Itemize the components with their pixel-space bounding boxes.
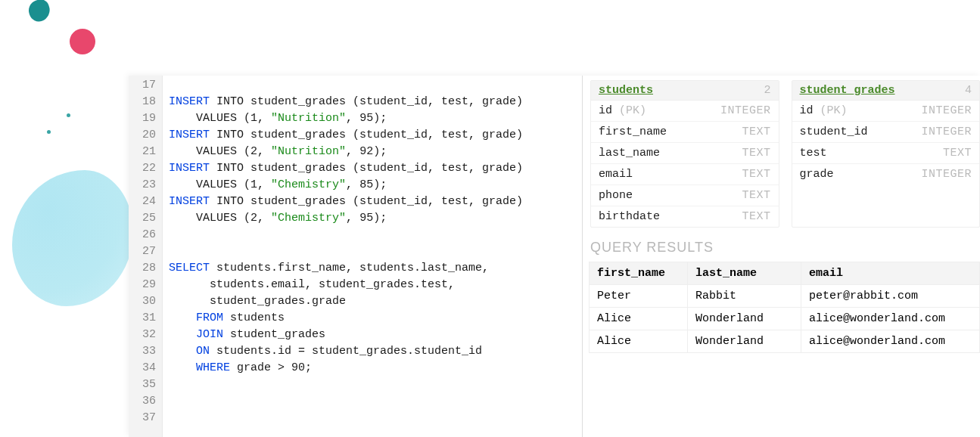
code-area[interactable]: INSERT INTO student_grades (student_id, … (163, 76, 529, 437)
code-line[interactable]: INSERT INTO student_grades (student_id, … (169, 160, 523, 177)
schema-column-name: email (599, 168, 633, 181)
results-row: PeterRabbitpeter@rabbit.com (590, 285, 980, 308)
results-cell: Wonderland (688, 330, 801, 353)
decorative-pink-circle (70, 29, 95, 54)
code-line[interactable]: ON students.id = student_grades.student_… (169, 343, 523, 360)
results-cell: Wonderland (688, 308, 801, 330)
schema-column-type: INTEGER (921, 104, 972, 117)
schema-column-type: TEXT (943, 147, 972, 160)
line-number: 19 (142, 110, 156, 127)
schema-column-name: first_name (599, 126, 667, 138)
schema-browser: students2id (PK)INTEGERfirst_nameTEXTlas… (583, 76, 980, 235)
line-number: 20 (142, 127, 156, 144)
schema-table-header: student_grades4 (792, 81, 980, 101)
schema-column-type: TEXT (742, 126, 770, 138)
code-line[interactable] (169, 393, 523, 410)
code-line[interactable]: SELECT students.first_name, students.las… (169, 260, 523, 277)
code-line[interactable] (169, 410, 523, 426)
line-number: 34 (142, 360, 156, 377)
schema-column-type: INTEGER (921, 126, 972, 138)
schema-column-name: test (800, 147, 827, 160)
results-header-cell: first_name (590, 262, 688, 285)
results-header-cell: last_name (688, 262, 801, 285)
schema-column-name: phone (599, 189, 633, 202)
decorative-teal-blob (26, 0, 53, 24)
code-line[interactable]: JOIN student_grades (169, 327, 523, 343)
schema-column-row: birthdateTEXT (591, 206, 779, 227)
code-line[interactable] (169, 227, 523, 243)
schema-table-header: students2 (591, 81, 779, 101)
schema-column-row: student_idINTEGER (792, 122, 980, 143)
code-line[interactable]: VALUES (1, "Nutrition", 95); (169, 110, 523, 127)
line-number: 24 (142, 194, 156, 210)
line-number-gutter: 1718192021222324252627282930313233343536… (129, 76, 163, 437)
schema-table: students2id (PK)INTEGERfirst_nameTEXTlas… (590, 80, 779, 228)
line-number: 28 (142, 260, 156, 277)
line-number: 26 (142, 227, 156, 243)
line-number: 33 (142, 343, 156, 360)
line-number: 25 (142, 210, 156, 227)
code-line[interactable]: FROM students (169, 310, 523, 327)
line-number: 27 (142, 243, 156, 260)
decorative-dot (67, 113, 70, 117)
line-number: 29 (142, 277, 156, 293)
schema-table-name-link[interactable]: students (599, 84, 653, 97)
code-line[interactable]: VALUES (2, "Nutrition", 92); (169, 144, 523, 160)
line-number: 32 (142, 327, 156, 343)
decorative-dot (47, 130, 51, 134)
code-line[interactable] (169, 77, 523, 94)
query-results-table: first_namelast_nameemailPeterRabbitpeter… (589, 262, 980, 353)
schema-table-name-link[interactable]: student_grades (800, 84, 895, 97)
schema-column-name: student_id (800, 126, 868, 138)
code-editor[interactable]: 1718192021222324252627282930313233343536… (129, 76, 583, 437)
sql-editor-app: 1718192021222324252627282930313233343536… (129, 76, 980, 437)
schema-column-row: testTEXT (792, 143, 980, 164)
results-cell: alice@wonderland.com (801, 308, 980, 330)
schema-column-type: TEXT (742, 210, 770, 223)
code-line[interactable]: INSERT INTO student_grades (student_id, … (169, 194, 523, 210)
schema-column-row: first_nameTEXT (591, 122, 779, 143)
code-line[interactable] (169, 377, 523, 393)
code-line[interactable] (169, 243, 523, 260)
results-header-row: first_namelast_nameemail (590, 262, 980, 285)
schema-column-row: last_nameTEXT (591, 143, 779, 164)
schema-column-name: id (PK) (599, 104, 646, 117)
schema-column-row: id (PK)INTEGER (792, 101, 980, 122)
line-number: 18 (142, 94, 156, 110)
schema-row-count: 4 (965, 84, 972, 97)
query-results-heading: QUERY RESULTS (583, 235, 980, 262)
code-line[interactable]: WHERE grade > 90; (169, 360, 523, 377)
schema-column-name: grade (800, 168, 834, 181)
code-line[interactable]: student_grades.grade (169, 293, 523, 310)
schema-column-row: id (PK)INTEGER (591, 101, 779, 122)
line-number: 36 (142, 393, 156, 410)
schema-table: student_grades4id (PK)INTEGERstudent_idI… (792, 80, 981, 228)
results-cell: peter@rabbit.com (801, 285, 980, 308)
line-number: 17 (142, 77, 156, 94)
schema-column-row: emailTEXT (591, 164, 779, 185)
results-cell: alice@wonderland.com (801, 330, 980, 353)
line-number: 31 (142, 310, 156, 327)
code-line[interactable]: students.email, student_grades.test, (169, 277, 523, 293)
schema-column-type: INTEGER (921, 168, 972, 181)
results-cell: Alice (590, 330, 688, 353)
results-cell: Alice (590, 308, 688, 330)
results-cell: Rabbit (688, 285, 801, 308)
code-line[interactable]: VALUES (1, "Chemistry", 85); (169, 177, 523, 194)
results-row: AliceWonderlandalice@wonderland.com (590, 330, 980, 353)
results-cell: Peter (590, 285, 688, 308)
line-number: 21 (142, 144, 156, 160)
results-panel: students2id (PK)INTEGERfirst_nameTEXTlas… (583, 76, 980, 437)
code-line[interactable]: INSERT INTO student_grades (student_id, … (169, 127, 523, 144)
schema-column-type: TEXT (742, 168, 770, 181)
results-header-cell: email (801, 262, 980, 285)
schema-column-name: birthdate (599, 210, 660, 223)
schema-row-count: 2 (764, 84, 770, 97)
code-line[interactable]: INSERT INTO student_grades (student_id, … (169, 94, 523, 110)
schema-column-name: last_name (599, 147, 660, 160)
line-number: 23 (142, 177, 156, 194)
line-number: 22 (142, 160, 156, 177)
code-line[interactable]: VALUES (2, "Chemistry", 95); (169, 210, 523, 227)
decorative-blue-blob (12, 170, 133, 306)
schema-column-name: id (PK) (800, 104, 848, 117)
